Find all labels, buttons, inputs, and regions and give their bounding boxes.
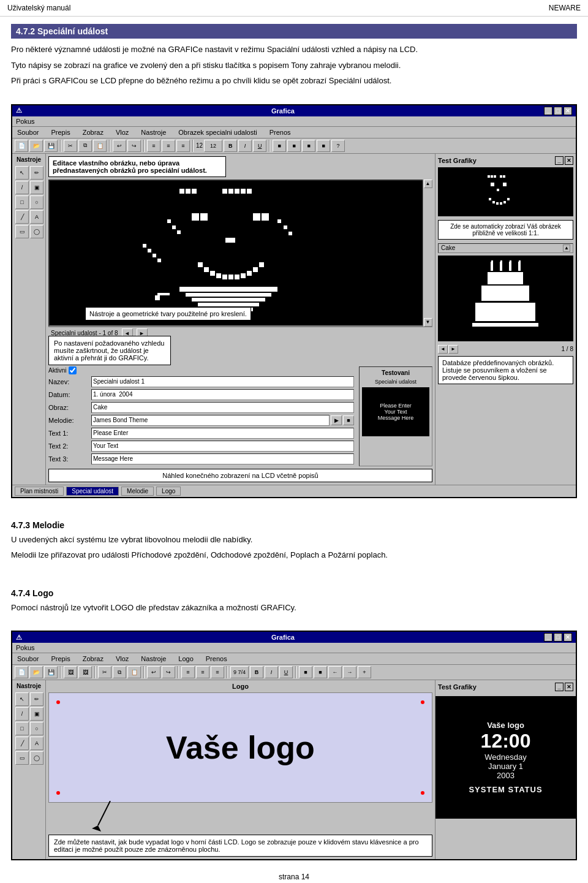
win2-tb-extra2[interactable]: ■ (314, 666, 327, 678)
drawing-canvas[interactable] (48, 180, 432, 327)
win2-tool-line2[interactable]: ╱ (15, 737, 29, 750)
tab-special-udalost[interactable]: Special udalost (66, 487, 119, 496)
toolbar-open[interactable]: 📂 (29, 140, 43, 152)
win2-tb-extra1[interactable]: ■ (299, 666, 312, 678)
win2-tool-text[interactable]: A (30, 737, 43, 750)
win-close-btn[interactable]: ✕ (564, 107, 572, 115)
toolbar-cut[interactable]: ✂ (64, 140, 77, 152)
win2-maximize[interactable]: □ (554, 633, 562, 642)
toolbar-copy[interactable]: ⧉ (78, 140, 92, 152)
menu-soubor[interactable]: Soubor (15, 128, 41, 137)
win2-tb-extra3[interactable]: ← (328, 666, 342, 678)
win2-menu-vloz[interactable]: Vloz (113, 654, 131, 663)
win2-tb-fontsize[interactable]: 9 7/4 (230, 666, 249, 678)
win2-tool-line[interactable]: / (15, 707, 29, 721)
win2-tool-round-rect[interactable]: ▭ (15, 751, 29, 765)
corner-handle-bl[interactable] (56, 791, 60, 795)
win2-tool-pencil[interactable]: ✏ (30, 692, 43, 706)
tool-text[interactable]: A (30, 210, 43, 224)
win2-tool-circle[interactable]: ◯ (30, 751, 43, 765)
toolbar-new[interactable]: 📄 (15, 140, 28, 152)
win2-tb-save[interactable]: 💾 (44, 666, 58, 678)
scroll-up-btn[interactable]: ▲ (424, 180, 432, 188)
win2-tb-copy[interactable]: ⧉ (113, 666, 126, 678)
win2-tb-undo[interactable]: ↩ (147, 666, 160, 678)
toolbar-extra4[interactable]: ■ (317, 140, 330, 152)
win2-tb-bold[interactable]: B (250, 666, 263, 678)
win2-tb-img[interactable]: 🖼 (64, 666, 77, 678)
win2-tb-extra5[interactable]: + (358, 666, 371, 678)
text3-input[interactable] (91, 453, 354, 464)
toolbar-align1[interactable]: ≡ (147, 140, 160, 152)
win2-close[interactable]: ✕ (564, 633, 572, 642)
logo-editor[interactable]: Vaše logo (48, 692, 432, 803)
cake-scroll-up[interactable]: ▲ (563, 244, 570, 252)
toolbar-font-size-input[interactable]: 12 (204, 140, 222, 152)
tool-line[interactable]: / (15, 181, 29, 194)
win2-menu-soubor[interactable]: Soubor (15, 654, 41, 663)
melodie-play-btn[interactable]: ▶ (331, 415, 342, 425)
toolbar-italic[interactable]: I (238, 140, 252, 152)
menu-prepis[interactable]: Prepis (48, 128, 72, 137)
win2-minimize[interactable]: _ (544, 633, 552, 642)
win2-menu-logo[interactable]: Logo (176, 654, 195, 663)
menu-zobraz[interactable]: Zobraz (80, 128, 106, 137)
win2-tool-rect[interactable]: □ (15, 722, 29, 735)
datum-input[interactable] (91, 389, 354, 400)
toolbar-help[interactable]: ? (331, 140, 345, 152)
page-next-btn[interactable]: ► (448, 345, 458, 354)
win2-tb-italic[interactable]: I (265, 666, 278, 678)
win2-tb-extra4[interactable]: → (343, 666, 356, 678)
toolbar-align3[interactable]: ≡ (176, 140, 190, 152)
tab-melodie[interactable]: Melodie (121, 487, 154, 496)
win2-tb-underline[interactable]: U (279, 666, 293, 678)
canvas-scrollbar[interactable]: ▲ ▼ (423, 180, 432, 327)
win2-tool-select[interactable]: ↖ (15, 692, 29, 706)
tab-logo[interactable]: Logo (156, 487, 181, 496)
toolbar-align2[interactable]: ≡ (162, 140, 175, 152)
tool-fill[interactable]: ▣ (30, 181, 43, 194)
menu-vloz[interactable]: Vloz (113, 128, 131, 137)
win2-menu-prenos[interactable]: Prenos (203, 654, 230, 663)
win2-tg-close[interactable]: ✕ (565, 683, 573, 691)
tool-select[interactable]: ↖ (15, 166, 29, 180)
tool-round-rect[interactable]: ▭ (15, 225, 29, 238)
obraz-input[interactable] (91, 402, 354, 413)
win2-tb-align2[interactable]: ≡ (196, 666, 209, 678)
toolbar-paste[interactable]: 📋 (93, 140, 107, 152)
corner-handle-tl[interactable] (56, 700, 60, 704)
text1-input[interactable] (91, 428, 354, 439)
toolbar-undo[interactable]: ↩ (113, 140, 126, 152)
win-minimize-btn[interactable]: _ (544, 107, 552, 115)
page-prev-btn[interactable]: ◄ (438, 345, 448, 354)
toolbar-underline[interactable]: U (253, 140, 266, 152)
win2-tool-ellipse[interactable]: ○ (30, 722, 43, 735)
win2-tb-align3[interactable]: ≡ (211, 666, 224, 678)
tool-ellipse[interactable]: ○ (30, 195, 43, 209)
tab-plan-mistnosti[interactable]: Plan mistnosti (15, 487, 64, 496)
win2-tb-new[interactable]: 📄 (15, 666, 28, 678)
win2-menu-prepis[interactable]: Prepis (48, 654, 72, 663)
win2-tb-redo[interactable]: ↪ (162, 666, 175, 678)
tg-close[interactable]: ✕ (565, 156, 573, 165)
scroll-down-btn[interactable]: ▼ (424, 318, 432, 327)
melodie-stop-btn[interactable]: ■ (343, 415, 354, 425)
win2-menu-zobraz[interactable]: Zobraz (80, 654, 106, 663)
win2-tb-align1[interactable]: ≡ (181, 666, 195, 678)
text2-input[interactable] (91, 441, 354, 452)
tool-pencil[interactable]: ✏ (30, 166, 43, 180)
win-maximize-btn[interactable]: □ (554, 107, 562, 115)
win2-tb-open[interactable]: 📂 (29, 666, 43, 678)
tool-rect[interactable]: □ (15, 195, 29, 209)
menu-obrazek[interactable]: Obrazek specialni udalosti (176, 128, 259, 137)
tg-minimize[interactable]: _ (555, 156, 564, 165)
corner-handle-br[interactable] (421, 791, 424, 795)
aktivni-checkbox[interactable] (69, 366, 77, 374)
tool-line2[interactable]: ╱ (15, 210, 29, 224)
toolbar-extra1[interactable]: ■ (273, 140, 286, 152)
melodie-input[interactable] (91, 415, 330, 426)
toolbar-extra3[interactable]: ■ (302, 140, 315, 152)
win2-tb-img2[interactable]: 🖼 (78, 666, 92, 678)
toolbar-save[interactable]: 💾 (44, 140, 58, 152)
corner-handle-tr[interactable] (421, 700, 424, 704)
